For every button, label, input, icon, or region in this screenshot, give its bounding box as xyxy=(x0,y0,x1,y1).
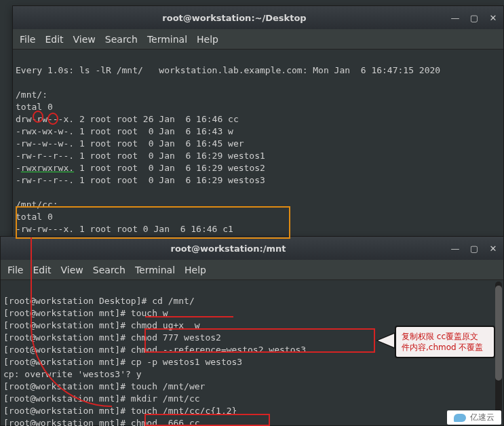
menu-file[interactable]: File xyxy=(20,34,35,45)
cmd-line: [root@workstation mnt]# touch w xyxy=(3,308,168,318)
menu-edit[interactable]: Edit xyxy=(45,34,63,45)
ls-dir-cc: /mnt/cc: xyxy=(16,199,58,210)
close-icon[interactable]: ✕ xyxy=(488,13,498,22)
cmd-line: [root@workstation mnt]# cp -p westos1 we… xyxy=(3,357,242,367)
menu-file[interactable]: File xyxy=(7,265,23,275)
window-controls: — ▢ ✕ xyxy=(450,244,498,253)
cmd-line: [root@workstation mnt]# chmod --referenc… xyxy=(3,345,306,355)
terminal-window-bottom: root@workstation:/mnt — ▢ ✕ File Edit Vi… xyxy=(0,236,504,426)
titlebar-top[interactable]: root@workstation:~/Desktop — ▢ ✕ xyxy=(13,6,503,29)
minimize-icon[interactable]: — xyxy=(450,244,460,253)
terminal-output-bottom[interactable]: [root@workstation Desktop]# cd /mnt/ [ro… xyxy=(1,280,503,426)
ls-row-westos1: -rw-r--r--. 1 root root 0 Jan 6 16:29 we… xyxy=(16,151,265,161)
scrollbar-thumb[interactable] xyxy=(495,286,502,381)
cmd-line: [root@workstation mnt]# touch /mnt/wer xyxy=(3,381,205,391)
cmd-line: [root@workstation mnt]# mkdir /mnt/cc xyxy=(3,393,200,404)
maximize-icon[interactable]: ▢ xyxy=(469,13,479,22)
ls-row-c1: -rw-rw---x. 1 root root 0 Jan 6 16:46 c1 xyxy=(16,224,233,234)
menu-edit[interactable]: Edit xyxy=(33,265,51,275)
titlebar-bottom[interactable]: root@workstation:/mnt — ▢ ✕ xyxy=(1,237,503,260)
cmd-line: [root@workstation mnt]# chmod 666 cc xyxy=(3,418,200,426)
menu-help[interactable]: Help xyxy=(197,34,218,45)
menu-help[interactable]: Help xyxy=(185,265,206,275)
ls-total-cc: total 0 xyxy=(16,212,53,222)
menu-search[interactable]: Search xyxy=(93,265,125,275)
menu-view[interactable]: View xyxy=(73,34,96,45)
menu-search[interactable]: Search xyxy=(105,34,138,45)
ls-row-wer: -rw--w--w-. 1 root root 0 Jan 6 16:45 we… xyxy=(16,138,244,149)
menubar-bottom: File Edit View Search Terminal Help xyxy=(1,260,503,280)
ls-row-westos2: -rwxrwxrwx. 1 root root 0 Jan 6 16:29 we… xyxy=(16,163,265,173)
menu-view[interactable]: View xyxy=(61,265,83,275)
minimize-icon[interactable]: — xyxy=(450,13,460,22)
window-controls: — ▢ ✕ xyxy=(450,13,498,22)
ls-row-w: -rwx-wx-w-. 1 root root 0 Jan 6 16:43 w xyxy=(16,126,233,136)
maximize-icon[interactable]: ▢ xyxy=(469,244,479,253)
terminal-output-top[interactable]: Every 1.0s: ls -lR /mnt/ workstation.lab… xyxy=(13,50,503,263)
watermark-text: 亿速云 xyxy=(470,412,495,423)
window-title: root@workstation:~/Desktop xyxy=(18,13,450,23)
cmd-line: cp: overwrite 'westos3'? y xyxy=(3,369,142,379)
ls-row-westos3: -rw-r--r--. 1 root root 0 Jan 6 16:29 we… xyxy=(16,175,265,185)
ls-row-cc: drw-rw---x. 2 root root 26 Jan 6 16:46 c… xyxy=(16,114,239,124)
cloud-icon xyxy=(454,414,466,422)
ls-total: total 0 xyxy=(16,102,53,112)
menu-terminal[interactable]: Terminal xyxy=(135,265,175,275)
watch-header: Every 1.0s: ls -lR /mnt/ workstation.lab… xyxy=(16,65,440,75)
cmd-line: [root@workstation Desktop]# cd /mnt/ xyxy=(3,296,195,306)
ls-dir: /mnt/: xyxy=(16,90,47,100)
watermark: 亿速云 xyxy=(447,410,501,425)
menubar-top: File Edit View Search Terminal Help xyxy=(13,29,503,50)
cmd-line: [root@workstation mnt]# chmod 777 westos… xyxy=(3,332,221,343)
window-title: root@workstation:/mnt xyxy=(6,244,450,254)
cmd-line: [root@workstation mnt]# chmod ug+x w xyxy=(3,320,200,330)
close-icon[interactable]: ✕ xyxy=(488,244,498,253)
scrollbar[interactable] xyxy=(495,282,502,421)
cmd-line: [root@workstation mnt]# touch /mnt/cc/c{… xyxy=(3,406,237,416)
menu-terminal[interactable]: Terminal xyxy=(147,34,187,45)
